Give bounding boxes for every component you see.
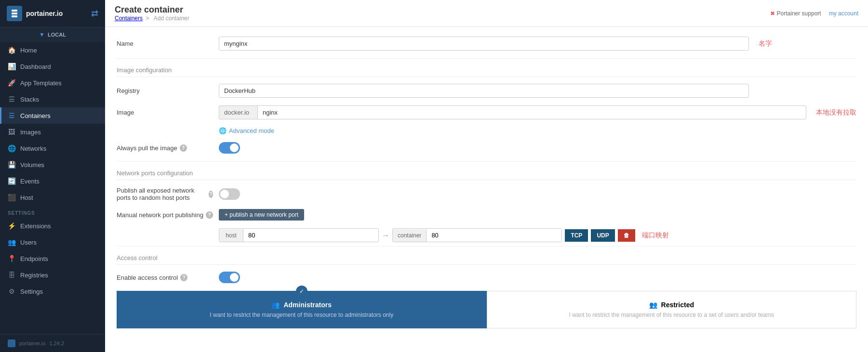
image-annotation: 本地没有拉取 — [816, 108, 856, 117]
restricted-card-icon: 👥 — [649, 301, 657, 309]
udp-btn[interactable]: UDP — [591, 229, 614, 242]
container-port-group: container — [392, 228, 562, 242]
host-port-label: host — [219, 229, 243, 242]
sidebar-item-home-label: Home — [20, 47, 37, 54]
footer-version-num: 1.24.2 — [49, 340, 64, 346]
sidebar-item-endpoints[interactable]: 📍 Endpoints — [0, 250, 105, 267]
host-port-input[interactable] — [243, 229, 378, 242]
divider-3 — [117, 246, 856, 247]
sidebar-item-images[interactable]: 🖼 Images — [0, 124, 105, 140]
sidebar-item-dashboard-label: Dashboard — [20, 63, 51, 70]
host-icon: ⬛ — [8, 194, 15, 201]
sidebar-item-app-templates-label: App Templates — [20, 79, 62, 87]
manual-port-label: Manual network port publishing ? — [117, 211, 213, 219]
always-pull-toggle[interactable] — [219, 142, 240, 154]
manual-port-row: Manual network port publishing ? + publi… — [117, 209, 856, 221]
sidebar-item-home[interactable]: 🏠 Home — [0, 42, 105, 58]
sidebar-item-users[interactable]: 👥 Users — [0, 234, 105, 250]
extensions-icon: ⚡ — [8, 222, 15, 230]
svg-rect-4 — [8, 339, 15, 347]
endpoints-icon: 📍 — [8, 255, 15, 262]
name-label: Name — [117, 40, 213, 47]
container-port-label: container — [393, 229, 427, 242]
enable-access-label-text: Enable access control — [117, 274, 178, 281]
svg-rect-1 — [12, 10, 17, 12]
sidebar-item-volumes[interactable]: 💾 Volumes — [0, 156, 105, 173]
sidebar-item-stacks-label: Stacks — [20, 96, 39, 103]
topbar-left: Create container Containers > Add contai… — [115, 5, 191, 22]
home-icon: 🏠 — [8, 46, 15, 54]
enable-access-row: Enable access control ? — [117, 272, 856, 283]
networks-icon: 🌐 — [8, 144, 15, 152]
images-icon: 🖼 — [8, 128, 15, 136]
env-section: ▼ LOCAL — [0, 27, 105, 42]
registries-icon: 🗄 — [8, 271, 15, 279]
admin-card[interactable]: ✓ 👥 Administrators I want to restrict th… — [117, 291, 487, 328]
sidebar-item-registries[interactable]: 🗄 Registries — [0, 267, 105, 283]
publish-exposed-toggle[interactable] — [219, 188, 240, 200]
sidebar-item-registries-label: Registries — [20, 272, 48, 279]
settings-icon: ⚙ — [8, 287, 15, 295]
breadcrumb-containers-link[interactable]: Containers — [115, 15, 143, 22]
sidebar-item-host[interactable]: ⬛ Host — [0, 189, 105, 206]
breadcrumb-current: Add container — [154, 15, 189, 22]
port-arrow-icon: → — [382, 231, 389, 240]
sidebar-item-stacks[interactable]: ☰ Stacks — [0, 91, 105, 107]
sidebar-item-volumes-label: Volumes — [20, 161, 44, 169]
divider-1 — [117, 58, 856, 59]
restricted-card[interactable]: 👥 Restricted I want to restrict the mana… — [487, 291, 857, 328]
logo-text: portainer.io — [26, 10, 63, 17]
sidebar-item-dashboard[interactable]: 📊 Dashboard — [0, 58, 105, 75]
image-input[interactable] — [257, 105, 806, 119]
app-templates-icon: 🚀 — [8, 79, 15, 87]
sidebar-item-settings[interactable]: ⚙ Settings — [0, 283, 105, 300]
svg-rect-2 — [12, 13, 17, 14]
name-input[interactable] — [219, 37, 749, 51]
sidebar-item-settings-label: Settings — [20, 288, 43, 295]
sidebar-footer: portainer.io 1.24.2 — [0, 334, 105, 352]
publish-exposed-row: Publish all exposed network ports to ran… — [117, 187, 856, 201]
manual-port-help-icon[interactable]: ? — [206, 211, 213, 219]
my-account-link[interactable]: my account — [829, 10, 858, 17]
transfer-icon[interactable]: ⇄ — [91, 8, 98, 19]
sidebar-item-networks[interactable]: 🌐 Networks — [0, 140, 105, 156]
breadcrumb: Containers > Add container — [115, 15, 191, 22]
support-link[interactable]: ✖ Portainer support — [770, 10, 821, 17]
tcp-btn[interactable]: TCP — [565, 229, 588, 242]
registry-input[interactable] — [219, 84, 749, 98]
network-ports-section-title: Network ports configuration — [117, 169, 856, 180]
always-pull-label: Always pull the image ? — [117, 144, 213, 152]
always-pull-help-icon[interactable]: ? — [180, 144, 187, 152]
admin-card-icon: 👥 — [271, 301, 280, 309]
events-icon: 🔄 — [8, 177, 15, 185]
sidebar-item-images-label: Images — [20, 129, 41, 136]
image-row: Image docker.io 本地没有拉取 — [117, 105, 856, 119]
footer-version: portainer.io — [19, 340, 45, 346]
globe-icon: 🌐 — [219, 127, 227, 134]
sidebar-item-events[interactable]: 🔄 Events — [0, 173, 105, 189]
portainer-logo-icon — [7, 6, 22, 21]
sidebar-item-extensions[interactable]: ⚡ Extensions — [0, 218, 105, 234]
restricted-card-title: 👥 Restricted — [499, 301, 845, 309]
container-port-input[interactable] — [427, 229, 561, 242]
publish-new-port-btn[interactable]: + publish a new network port — [219, 209, 304, 221]
topbar-right: ✖ Portainer support my account — [770, 10, 858, 17]
admin-check-icon: ✓ — [296, 286, 307, 297]
logo-area: portainer.io — [7, 6, 63, 21]
advanced-mode-link[interactable]: 🌐 Advanced mode — [219, 127, 856, 134]
image-label: Image — [117, 109, 213, 116]
admin-card-desc: I want to restrict the management of thi… — [129, 312, 475, 318]
enable-access-help-icon[interactable]: ? — [180, 274, 187, 281]
delete-port-btn[interactable]: 🗑 — [618, 229, 635, 242]
always-pull-row: Always pull the image ? — [117, 142, 856, 154]
sidebar-logo: portainer.io ⇄ — [0, 0, 105, 27]
publish-exposed-label: Publish all exposed network ports to ran… — [117, 187, 213, 201]
enable-access-toggle[interactable] — [219, 272, 240, 283]
publish-exposed-help-icon[interactable]: ? — [209, 191, 213, 198]
enable-access-label: Enable access control ? — [117, 274, 213, 281]
image-input-group: docker.io — [219, 105, 806, 119]
host-port-group: host — [219, 228, 379, 242]
name-annotation: 名字 — [759, 39, 772, 48]
sidebar-item-app-templates[interactable]: 🚀 App Templates — [0, 75, 105, 91]
sidebar-item-containers[interactable]: ☰ Containers — [0, 107, 105, 124]
